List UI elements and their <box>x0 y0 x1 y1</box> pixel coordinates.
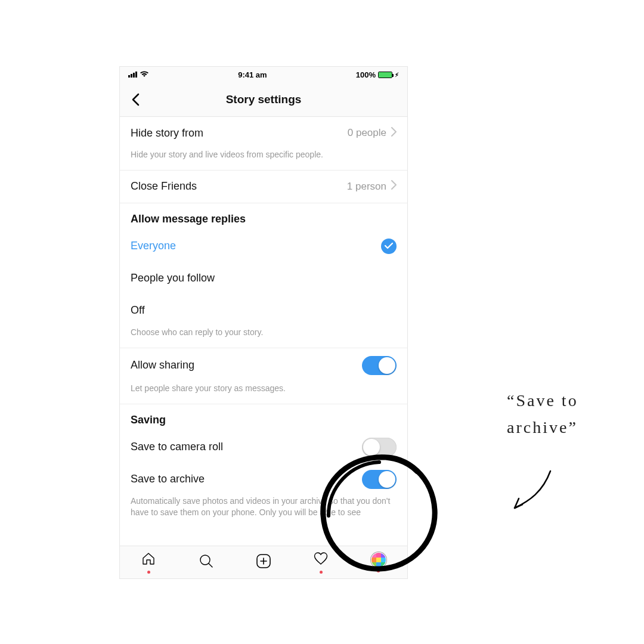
saving-caption: Automatically save photos and videos in … <box>120 496 407 518</box>
hide-story-label: Hide story from <box>131 127 203 140</box>
notification-dot <box>147 571 150 574</box>
battery-icon <box>378 72 392 78</box>
close-friends-value: 1 person <box>347 181 386 193</box>
hide-story-value: 0 people <box>348 127 386 139</box>
tab-activity[interactable] <box>309 550 333 574</box>
reply-option-label: Off <box>131 304 145 317</box>
annotation-line2: archive” <box>507 414 578 441</box>
replies-header: Allow message replies <box>120 203 407 230</box>
phone-frame: 9:41 am 100% ⚡︎ Story settings Hide stor… <box>119 66 408 579</box>
search-icon <box>199 553 214 571</box>
replies-caption: Choose who can reply to your story. <box>120 327 407 348</box>
svg-line-1 <box>209 564 212 567</box>
profile-grid-icon <box>371 552 386 568</box>
home-icon <box>141 551 156 569</box>
close-friends-row[interactable]: Close Friends 1 person <box>120 171 407 203</box>
annotation-text: “Save to archive” <box>507 388 578 441</box>
heart-icon <box>313 551 329 569</box>
tab-home[interactable] <box>137 550 160 574</box>
tab-create[interactable] <box>252 550 275 574</box>
close-friends-label: Close Friends <box>131 180 197 193</box>
reply-option-label: Everyone <box>131 240 176 252</box>
reply-option-everyone[interactable]: Everyone <box>120 230 407 262</box>
wifi-icon <box>140 70 149 79</box>
allow-sharing-toggle[interactable] <box>362 356 397 375</box>
page-title: Story settings <box>226 93 302 106</box>
hide-story-row[interactable]: Hide story from 0 people <box>120 117 407 149</box>
allow-sharing-label: Allow sharing <box>131 359 194 371</box>
status-bar: 9:41 am 100% ⚡︎ <box>120 67 407 82</box>
notification-dot <box>377 569 380 572</box>
save-archive-label: Save to archive <box>131 473 205 485</box>
charging-icon: ⚡︎ <box>395 72 399 78</box>
annotation-arrow-icon <box>506 465 559 519</box>
reply-option-off[interactable]: Off <box>120 295 407 327</box>
save-camera-roll-row: Save to camera roll <box>120 431 407 463</box>
tab-bar <box>120 546 407 578</box>
battery-percent: 100% <box>356 70 376 79</box>
checkmark-icon <box>381 239 397 254</box>
signal-icon <box>128 72 137 78</box>
hide-story-caption: Hide your story and live videos from spe… <box>120 149 407 170</box>
tab-search[interactable] <box>194 550 218 574</box>
save-archive-toggle[interactable] <box>362 470 397 489</box>
save-camera-roll-toggle[interactable] <box>362 438 397 457</box>
chevron-right-icon <box>391 180 397 193</box>
notification-dot <box>320 571 323 574</box>
back-button[interactable] <box>126 90 145 109</box>
save-camera-roll-label: Save to camera roll <box>131 441 223 453</box>
annotation-line1: “Save to <box>507 388 578 414</box>
nav-header: Story settings <box>120 82 407 117</box>
chevron-right-icon <box>391 127 397 140</box>
saving-header: Saving <box>120 404 407 431</box>
reply-option-label: People you follow <box>131 272 215 284</box>
status-time: 9:41 am <box>238 70 267 79</box>
plus-square-icon <box>255 553 272 572</box>
allow-sharing-caption: Let people share your story as messages. <box>120 383 407 404</box>
tab-profile[interactable] <box>367 550 391 574</box>
save-archive-row: Save to archive <box>120 463 407 496</box>
allow-sharing-row: Allow sharing <box>120 348 407 383</box>
reply-option-follow[interactable]: People you follow <box>120 262 407 295</box>
settings-list: Hide story from 0 people Hide your story… <box>120 117 407 546</box>
